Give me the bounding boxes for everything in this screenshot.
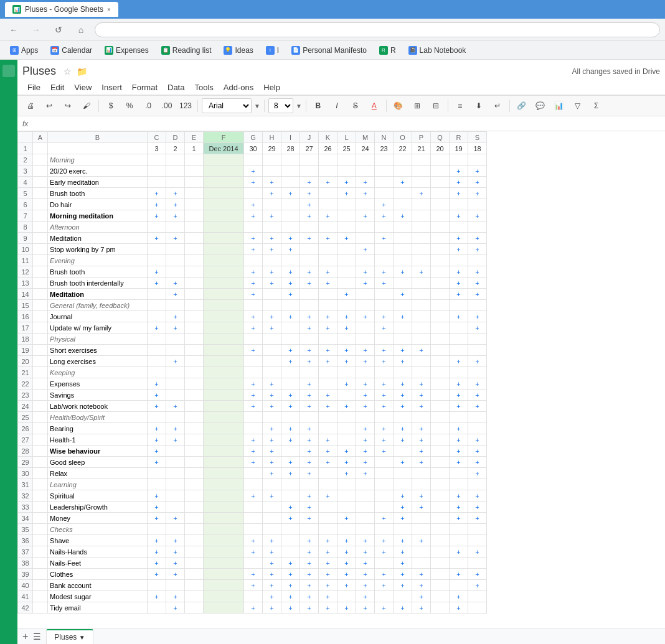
cell-d[interactable]: + (166, 311, 185, 322)
cell-l[interactable] (337, 423, 356, 434)
cell-k[interactable]: + (319, 401, 337, 412)
cell-r[interactable]: + (450, 311, 468, 322)
cell-1q[interactable]: 20 (431, 143, 450, 154)
cell-r[interactable] (450, 199, 468, 210)
cell-k[interactable]: + (319, 356, 337, 367)
cell-f[interactable] (204, 558, 244, 569)
cell-g[interactable]: + (244, 199, 263, 210)
cell-o[interactable]: + (394, 513, 412, 524)
cell-j[interactable]: + (300, 446, 319, 457)
cell-n[interactable] (375, 558, 394, 569)
cell-g[interactable] (244, 334, 263, 345)
home-button[interactable]: ⌂ (72, 21, 90, 39)
cell-l[interactable] (337, 479, 356, 490)
cell-label[interactable]: Savings (48, 390, 148, 401)
fill-color-btn[interactable]: 🎨 (390, 98, 407, 114)
cell-i[interactable]: + (281, 558, 300, 569)
cell-i[interactable] (281, 446, 300, 457)
cell-o[interactable] (394, 199, 412, 210)
cell-s[interactable]: + (468, 210, 487, 222)
cell-g[interactable] (244, 255, 263, 266)
cell-d[interactable] (166, 255, 185, 266)
cell-q[interactable] (431, 401, 450, 412)
cell-q[interactable] (431, 513, 450, 524)
cell-o[interactable] (394, 300, 412, 311)
cell-d[interactable]: + (166, 569, 185, 580)
cell-o[interactable]: + (394, 289, 412, 300)
col-g-header[interactable]: G (244, 132, 263, 143)
cell-i[interactable]: + (281, 311, 300, 322)
cell-o[interactable]: + (394, 177, 412, 188)
cell-g[interactable]: + (244, 446, 263, 457)
cell-e[interactable] (185, 468, 204, 479)
cell-r[interactable] (450, 300, 468, 311)
cell-f[interactable] (204, 367, 244, 378)
number-format-btn[interactable]: 123 (177, 98, 194, 114)
cell-i[interactable]: + (281, 580, 300, 591)
cell-f[interactable] (204, 289, 244, 300)
cell-m[interactable] (356, 502, 375, 513)
cell-a[interactable] (33, 177, 48, 188)
cell-h[interactable]: + (263, 423, 281, 434)
cell-h[interactable] (263, 479, 281, 490)
menu-data[interactable]: Data (163, 80, 189, 95)
cell-k[interactable]: + (319, 490, 337, 502)
cell-k[interactable]: + (319, 535, 337, 546)
cell-o[interactable]: + (394, 345, 412, 356)
cell-k[interactable]: + (319, 345, 337, 356)
cell-k[interactable]: + (319, 210, 337, 222)
cell-r[interactable] (450, 322, 468, 334)
cell-m[interactable]: + (356, 356, 375, 367)
cell-g[interactable]: + (244, 311, 263, 322)
cell-j[interactable] (300, 154, 319, 166)
cell-s[interactable]: + (468, 468, 487, 479)
cell-s[interactable] (468, 524, 487, 535)
cell-r[interactable] (450, 334, 468, 345)
cell-o[interactable]: + (394, 502, 412, 513)
cell-f[interactable] (204, 457, 244, 468)
cell-g[interactable]: + (244, 345, 263, 356)
cell-c[interactable]: + (148, 278, 166, 289)
cell-r[interactable]: + (450, 569, 468, 580)
cell-a[interactable] (33, 412, 48, 423)
cell-c[interactable] (148, 345, 166, 356)
cell-g[interactable] (244, 367, 263, 378)
cell-a[interactable] (33, 591, 48, 602)
cell-1m[interactable]: 24 (356, 143, 375, 154)
cell-a[interactable] (33, 266, 48, 278)
cell-o[interactable]: + (394, 311, 412, 322)
cell-r[interactable]: + (450, 356, 468, 367)
cell-f[interactable] (204, 311, 244, 322)
cell-d[interactable] (166, 390, 185, 401)
cell-g[interactable]: + (244, 401, 263, 412)
cell-label[interactable]: Nails-Hands (48, 546, 148, 558)
cell-g[interactable] (244, 468, 263, 479)
cell-f[interactable] (204, 233, 244, 244)
cell-k[interactable] (319, 334, 337, 345)
cell-g[interactable]: + (244, 457, 263, 468)
cell-h[interactable]: + (263, 546, 281, 558)
cell-c[interactable]: + (148, 513, 166, 524)
cell-e[interactable] (185, 490, 204, 502)
cell-r[interactable] (450, 255, 468, 266)
cell-j[interactable]: + (300, 378, 319, 390)
cell-l[interactable]: + (337, 569, 356, 580)
borders-btn[interactable]: ⊞ (409, 98, 425, 114)
cell-i[interactable]: + (281, 289, 300, 300)
cell-j[interactable] (300, 166, 319, 177)
cell-c[interactable]: + (148, 199, 166, 210)
cell-g[interactable]: + (244, 278, 263, 289)
cell-j[interactable] (300, 412, 319, 423)
cell-m[interactable] (356, 479, 375, 490)
cell-label[interactable]: Stop working by 7 pm (48, 244, 148, 255)
cell-s[interactable] (468, 199, 487, 210)
cell-f[interactable] (204, 446, 244, 457)
cell-p[interactable] (412, 166, 431, 177)
cell-f[interactable] (204, 423, 244, 434)
text-color-btn[interactable]: A (366, 98, 382, 114)
cell-l[interactable]: + (337, 457, 356, 468)
cell-l[interactable]: + (337, 513, 356, 524)
cell-o[interactable] (394, 233, 412, 244)
bookmark-calendar[interactable]: 📅 Calendar (45, 44, 97, 57)
cell-h[interactable]: + (263, 233, 281, 244)
